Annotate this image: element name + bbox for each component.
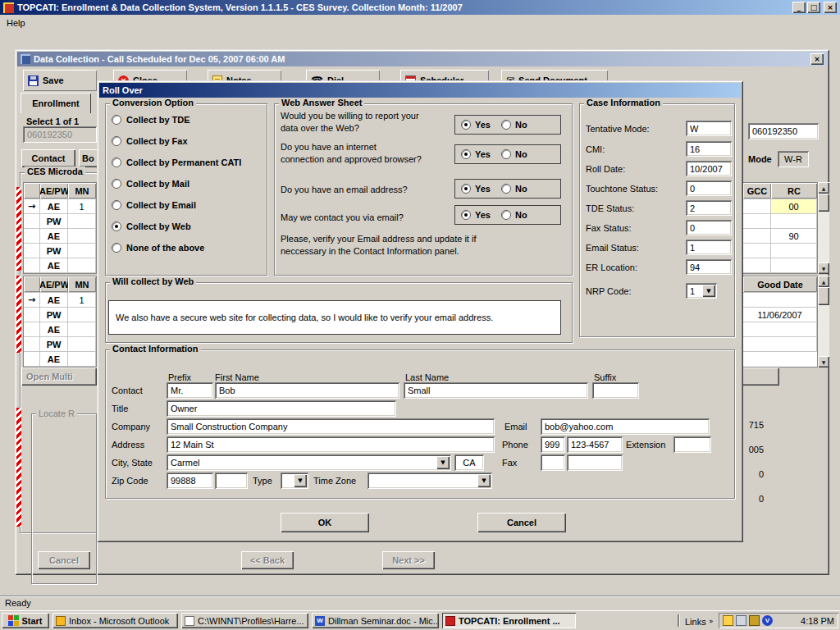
menu-help[interactable]: Help: [0, 16, 32, 30]
tde-status-field[interactable]: [686, 200, 732, 216]
phone-area-field[interactable]: [541, 436, 565, 453]
zip-field[interactable]: [167, 472, 213, 489]
yes-radio[interactable]: [461, 210, 471, 220]
last-name-field[interactable]: [404, 382, 588, 399]
table-row[interactable]: [743, 244, 817, 258]
phone-number-field[interactable]: [567, 436, 623, 453]
radio-collect-by-web[interactable]: Collect by Web: [112, 220, 191, 233]
email-field[interactable]: [541, 418, 710, 435]
table-row[interactable]: → AE 1: [24, 293, 96, 308]
save-button[interactable]: Save: [23, 70, 97, 91]
table-row[interactable]: AE: [24, 229, 96, 244]
table-row[interactable]: 11/06/2007: [743, 308, 817, 322]
tab-enrollment[interactable]: Enrollment: [21, 93, 91, 113]
fax-status-field[interactable]: [686, 220, 732, 235]
zip4-field[interactable]: [215, 472, 248, 489]
prefix-field[interactable]: [167, 382, 213, 399]
table-row[interactable]: [743, 322, 817, 337]
scroll-up-icon[interactable]: ▲: [818, 182, 829, 194]
tray-icon-1[interactable]: [723, 615, 733, 626]
yes-radio[interactable]: [461, 184, 471, 194]
type-select[interactable]: ▼: [281, 472, 308, 489]
cancel-button[interactable]: Cancel: [477, 513, 566, 532]
close-button[interactable]: ×: [824, 2, 837, 13]
table-row[interactable]: 00: [743, 199, 817, 214]
chevron-down-icon[interactable]: ▼: [294, 474, 307, 487]
table-row[interactable]: AE: [24, 258, 96, 273]
table-row[interactable]: 90: [743, 229, 817, 244]
restore-button[interactable]: □: [807, 2, 820, 13]
table-row[interactable]: PW: [24, 244, 96, 258]
extension-field[interactable]: [673, 436, 711, 453]
fax-area-field[interactable]: [541, 454, 565, 471]
chevron-icon[interactable]: »: [709, 617, 714, 625]
suffix-field[interactable]: [592, 382, 639, 399]
scroll-up-icon[interactable]: ▲: [818, 276, 829, 287]
contact-button[interactable]: Contact: [21, 149, 75, 167]
yes-radio[interactable]: [461, 120, 471, 130]
roll-date-field[interactable]: [686, 161, 732, 176]
table-row[interactable]: [743, 337, 817, 352]
radio-collect-by-fax[interactable]: Collect by Fax: [112, 135, 188, 148]
taskbar-task-outlook[interactable]: Inbox - Microsoft Outlook: [52, 613, 178, 628]
scrollbar-vertical[interactable]: ▲ ▼: [818, 182, 829, 274]
back-button[interactable]: << Back: [241, 551, 294, 569]
scrollbar-vertical[interactable]: ▲ ▼: [818, 276, 829, 368]
no-radio[interactable]: [501, 149, 511, 159]
right-partial-button[interactable]: [742, 368, 779, 386]
radio-none-of-the-above[interactable]: None of the above: [112, 241, 204, 254]
nrp-code-select[interactable]: 1 ▼: [686, 283, 717, 299]
company-field[interactable]: [167, 418, 495, 435]
table-row[interactable]: AE: [24, 352, 96, 367]
title-field[interactable]: [167, 400, 396, 417]
minimize-button[interactable]: _: [792, 2, 806, 13]
city-select[interactable]: Carmel ▼: [167, 454, 451, 471]
taskbar-task-topcati[interactable]: TOPCATI: Enrollment ...: [442, 613, 576, 628]
links-toolbar[interactable]: Links: [685, 617, 706, 627]
yes-radio[interactable]: [461, 149, 471, 159]
tray-antivirus-icon[interactable]: V: [762, 615, 773, 626]
first-name-field[interactable]: [215, 382, 399, 399]
fax-number-field[interactable]: [567, 454, 623, 471]
table-row[interactable]: PW: [24, 214, 96, 229]
chevron-down-icon[interactable]: ▼: [477, 474, 491, 487]
next-button[interactable]: Next >>: [382, 551, 435, 569]
open-multi-button[interactable]: Open Multi: [21, 368, 97, 386]
scroll-down-icon[interactable]: ▼: [818, 262, 829, 274]
cmi-field[interactable]: [686, 141, 732, 157]
mdi-close-button[interactable]: ×: [810, 53, 824, 65]
chevron-down-icon[interactable]: ▼: [702, 285, 715, 297]
case-id-field-right[interactable]: 060192350: [748, 123, 819, 139]
er-location-field[interactable]: [686, 259, 732, 275]
taskbar-task-explorer[interactable]: C:\WINNT\Profiles\Harre...: [181, 613, 308, 628]
table-row[interactable]: [743, 258, 817, 273]
radio-collect-by-email[interactable]: Collect by Email: [112, 199, 196, 212]
no-radio[interactable]: [501, 210, 511, 220]
no-radio[interactable]: [501, 184, 511, 194]
radio-collect-by-mail[interactable]: Collect by Mail: [112, 177, 189, 190]
timezone-select[interactable]: ▼: [368, 472, 492, 489]
chevron-down-icon[interactable]: ▼: [436, 456, 450, 469]
case-id-field-left[interactable]: 060192350: [23, 126, 97, 143]
taskbar-task-word[interactable]: W Dillman Seminar.doc - Mic...: [312, 613, 439, 628]
scroll-thumb[interactable]: [818, 287, 829, 305]
tray-icon-2[interactable]: [736, 615, 746, 626]
radio-collect-by-tde[interactable]: Collect by TDE: [112, 113, 190, 126]
start-button[interactable]: Start: [2, 613, 49, 628]
tentative-mode-field[interactable]: [686, 121, 732, 136]
scroll-thumb[interactable]: [818, 194, 829, 212]
table-row[interactable]: [743, 214, 817, 229]
table-row[interactable]: AE: [24, 322, 96, 337]
table-row[interactable]: → AE 1: [24, 199, 96, 214]
table-row[interactable]: PW: [24, 337, 96, 352]
table-row[interactable]: PW: [24, 308, 96, 322]
ok-button[interactable]: OK: [281, 513, 369, 532]
radio-collect-by-permanent-cati[interactable]: Collect by Permanent CATI: [112, 156, 241, 169]
cancel-nav-button[interactable]: Cancel: [38, 551, 90, 569]
state-field[interactable]: CA: [454, 454, 484, 471]
no-radio[interactable]: [501, 120, 511, 130]
email-status-field[interactable]: [686, 240, 732, 255]
touchtone-status-field[interactable]: [686, 180, 732, 196]
tray-lock-icon[interactable]: [749, 615, 760, 626]
scroll-down-icon[interactable]: ▼: [818, 356, 829, 368]
